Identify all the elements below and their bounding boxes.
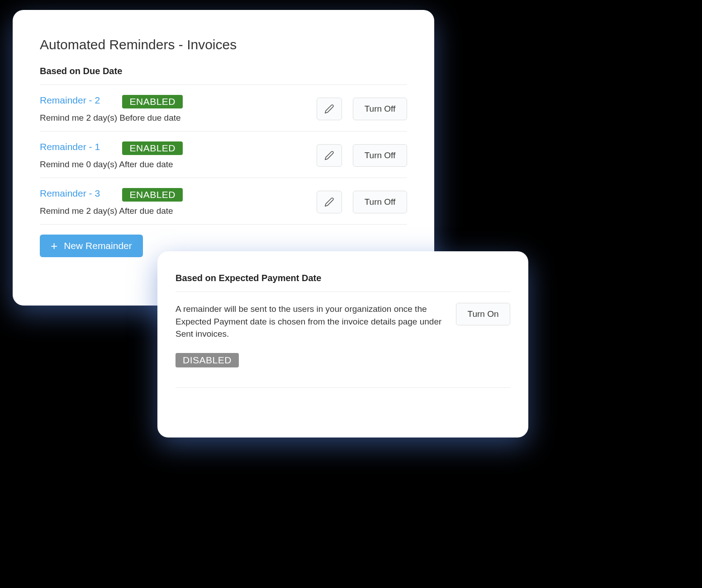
- reminder-row: Remainder - 2 ENABLED Remind me 2 day(s)…: [40, 85, 407, 131]
- edit-button[interactable]: [317, 98, 342, 120]
- turn-off-button[interactable]: Turn Off: [353, 98, 407, 120]
- expected-payment-row: A remainder will be sent to the users in…: [176, 292, 510, 378]
- turn-on-button[interactable]: Turn On: [456, 303, 510, 325]
- page-title: Automated Reminders - Invoices: [40, 37, 407, 52]
- edit-button[interactable]: [317, 191, 342, 213]
- status-badge: DISABLED: [176, 353, 239, 367]
- reminder-info: Remainder - 2 ENABLED Remind me 2 day(s)…: [40, 95, 317, 123]
- reminder-name-link[interactable]: Remainder - 3: [40, 188, 103, 199]
- pencil-icon: [324, 197, 334, 207]
- reminder-row: Remainder - 1 ENABLED Remind me 0 day(s)…: [40, 131, 407, 178]
- turn-off-button[interactable]: Turn Off: [353, 144, 407, 167]
- new-remainder-label: New Remainder: [64, 240, 132, 251]
- reminder-actions: Turn Off: [317, 98, 407, 120]
- plus-icon: +: [51, 240, 57, 252]
- expected-payment-text: A remainder will be sent to the users in…: [176, 303, 445, 367]
- reminder-actions: Turn Off: [317, 191, 407, 213]
- status-badge: ENABLED: [122, 141, 183, 155]
- reminder-description: Remind me 2 day(s) Before due date: [40, 113, 317, 123]
- reminder-name-link[interactable]: Remainder - 2: [40, 95, 103, 106]
- reminder-row: Remainder - 3 ENABLED Remind me 2 day(s)…: [40, 178, 407, 224]
- status-badge: ENABLED: [122, 188, 183, 202]
- section-heading-expected-payment: Based on Expected Payment Date: [176, 273, 510, 283]
- pencil-icon: [324, 151, 334, 160]
- reminder-description: Remind me 2 day(s) After due date: [40, 206, 317, 216]
- reminder-name-link[interactable]: Remainder - 1: [40, 141, 103, 152]
- edit-button[interactable]: [317, 144, 342, 167]
- reminder-info: Remainder - 3 ENABLED Remind me 2 day(s)…: [40, 188, 317, 216]
- status-badge: ENABLED: [122, 95, 183, 108]
- reminder-info: Remainder - 1 ENABLED Remind me 0 day(s)…: [40, 141, 317, 169]
- pencil-icon: [324, 104, 334, 114]
- reminder-actions: Turn Off: [317, 144, 407, 167]
- reminder-description: Remind me 0 day(s) After due date: [40, 160, 317, 169]
- new-remainder-button[interactable]: + New Remainder: [40, 235, 143, 257]
- expected-payment-description: A remainder will be sent to the users in…: [176, 303, 445, 340]
- expected-payment-card: Based on Expected Payment Date A remaind…: [157, 251, 528, 437]
- divider: [40, 224, 407, 225]
- section-heading-due-date: Based on Due Date: [40, 66, 407, 76]
- divider: [176, 387, 510, 388]
- turn-off-button[interactable]: Turn Off: [353, 191, 407, 213]
